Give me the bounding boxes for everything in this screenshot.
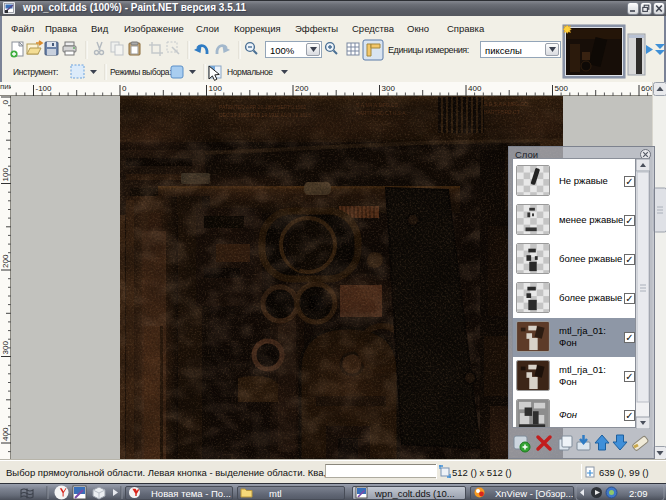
svg-text:0: 0 [1, 99, 10, 104]
svg-text:600: 600 [641, 84, 652, 93]
svg-text:300: 300 [382, 84, 396, 93]
svg-text:100: 100 [209, 84, 223, 93]
svg-text:500: 500 [555, 84, 569, 93]
svg-text:-100: -100 [36, 84, 53, 93]
svg-text:200: 200 [1, 254, 10, 268]
svg-text:300: 300 [1, 341, 10, 355]
svg-text:200: 200 [295, 84, 309, 93]
svg-text:0: 0 [122, 84, 127, 93]
svg-text:400: 400 [468, 84, 482, 93]
svg-text:100: 100 [1, 168, 10, 182]
svg-text:400: 400 [1, 427, 10, 441]
